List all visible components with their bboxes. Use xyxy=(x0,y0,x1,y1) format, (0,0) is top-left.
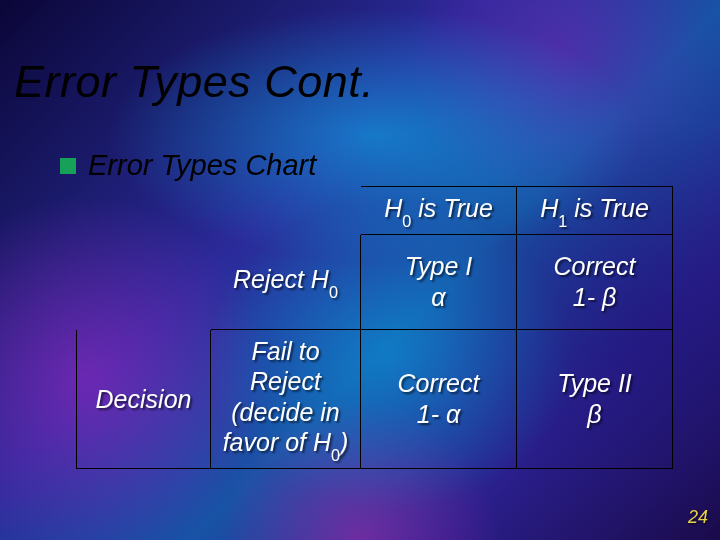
slide-subtitle: Error Types Chart xyxy=(88,149,316,182)
cell-fail-h1true: Type II β xyxy=(517,329,673,468)
error-types-table: H0 is True H1 is True Reject H0 Type I α… xyxy=(76,186,670,469)
col-header-h0-true: H0 is True xyxy=(361,187,517,235)
table-row: Reject H0 Type I α Correct 1- β xyxy=(77,234,673,329)
table: H0 is True H1 is True Reject H0 Type I α… xyxy=(76,186,673,469)
table-header-row: H0 is True H1 is True xyxy=(77,187,673,235)
cell-reject-h1true: Correct 1- β xyxy=(517,234,673,329)
cell-reject-h0true: Type I α xyxy=(361,234,517,329)
page-number: 24 xyxy=(688,507,708,528)
blank-cell xyxy=(211,187,361,235)
col-header-h1-true: H1 is True xyxy=(517,187,673,235)
blank-cell xyxy=(77,234,211,329)
slide-title: Error Types Cont. xyxy=(14,56,374,108)
subtitle-row: Error Types Chart xyxy=(60,149,316,182)
row-label-fail-to-reject: Fail to Reject (decide in favor of H0) xyxy=(211,329,361,468)
cell-fail-h0true: Correct 1- α xyxy=(361,329,517,468)
row-group-decision: Decision xyxy=(77,329,211,468)
blank-cell xyxy=(77,187,211,235)
row-label-reject: Reject H0 xyxy=(211,234,361,329)
table-row: Decision Fail to Reject (decide in favor… xyxy=(77,329,673,468)
bullet-icon xyxy=(60,158,76,174)
